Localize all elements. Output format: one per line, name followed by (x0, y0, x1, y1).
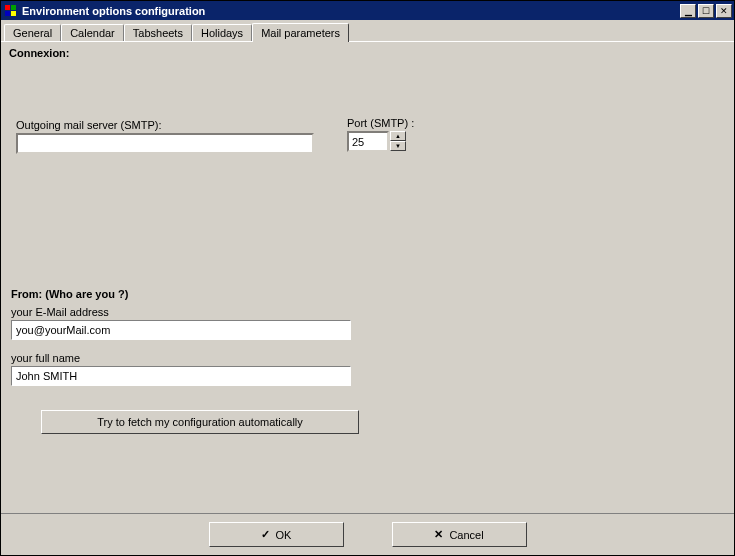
from-heading: From: (Who are you ?) (11, 288, 359, 300)
email-input[interactable] (11, 320, 351, 340)
connexion-heading: Connexion: (9, 47, 726, 59)
from-section: From: (Who are you ?) your E-Mail addres… (11, 288, 359, 434)
svg-rect-1 (11, 5, 16, 10)
maximize-icon: ☐ (702, 6, 710, 16)
port-stepper[interactable]: ▲ ▼ (347, 131, 414, 152)
close-button[interactable]: ✕ (716, 4, 732, 18)
smtp-label: Outgoing mail server (SMTP): (16, 119, 314, 131)
close-icon: ✕ (720, 6, 728, 16)
tab-content: Connexion: Outgoing mail server (SMTP): … (1, 42, 734, 513)
window-controls: ▁ ☐ ✕ (680, 4, 732, 18)
app-icon (3, 3, 19, 19)
svg-rect-3 (11, 11, 16, 16)
tab-holidays[interactable]: Holidays (192, 24, 252, 41)
svg-rect-0 (5, 5, 10, 10)
email-label: your E-Mail address (11, 306, 359, 318)
smtp-field-group: Outgoing mail server (SMTP): (16, 119, 314, 154)
tab-tabsheets[interactable]: Tabsheets (124, 24, 192, 41)
fetch-config-label: Try to fetch my configuration automatica… (97, 416, 303, 428)
port-spin-down[interactable]: ▼ (390, 141, 406, 151)
tab-mail-parameters[interactable]: Mail parameters (252, 23, 349, 42)
ok-button[interactable]: OK (209, 522, 344, 547)
port-label: Port (SMTP) : (347, 117, 414, 129)
tab-calendar[interactable]: Calendar (61, 24, 124, 41)
chevron-up-icon: ▲ (395, 133, 401, 139)
port-spin-up[interactable]: ▲ (390, 131, 406, 141)
smtp-input[interactable] (16, 133, 314, 154)
port-spin-buttons: ▲ ▼ (390, 131, 406, 152)
svg-rect-2 (5, 11, 10, 16)
minimize-icon: ▁ (685, 6, 692, 16)
port-input[interactable] (347, 131, 389, 152)
check-icon (261, 528, 270, 541)
window-title: Environment options configuration (22, 5, 680, 17)
ok-label: OK (276, 529, 292, 541)
cancel-label: Cancel (449, 529, 483, 541)
tab-general[interactable]: General (4, 24, 61, 41)
fullname-label: your full name (11, 352, 359, 364)
minimize-button[interactable]: ▁ (680, 4, 696, 18)
fetch-config-button[interactable]: Try to fetch my configuration automatica… (41, 410, 359, 434)
window: Environment options configuration ▁ ☐ ✕ … (0, 0, 735, 556)
port-field-group: Port (SMTP) : ▲ ▼ (347, 117, 414, 152)
tab-strip: General Calendar Tabsheets Holidays Mail… (1, 20, 734, 42)
chevron-down-icon: ▼ (395, 143, 401, 149)
x-icon (434, 528, 443, 541)
cancel-button[interactable]: Cancel (392, 522, 527, 547)
fullname-input[interactable] (11, 366, 351, 386)
dialog-button-bar: OK Cancel (1, 513, 734, 555)
maximize-button[interactable]: ☐ (698, 4, 714, 18)
titlebar: Environment options configuration ▁ ☐ ✕ (1, 1, 734, 20)
